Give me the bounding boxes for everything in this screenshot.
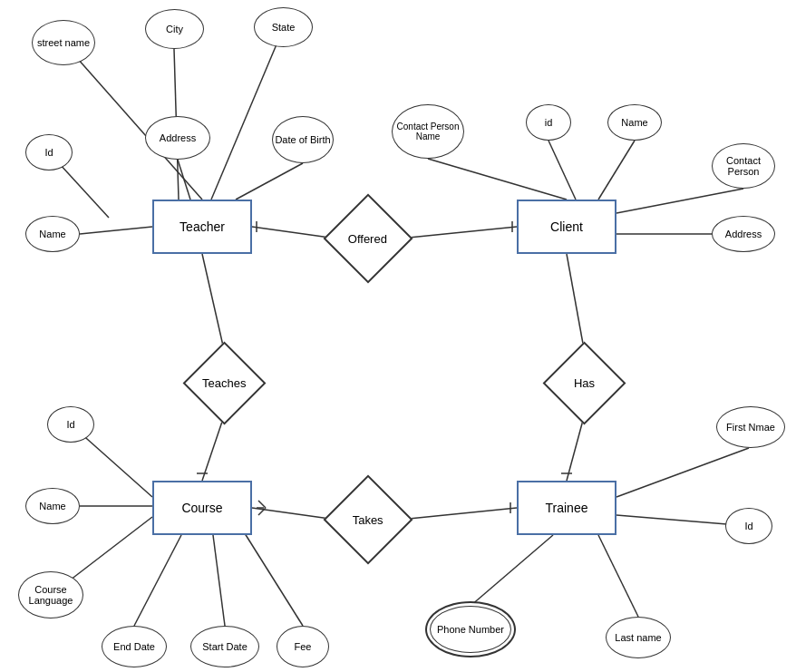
attr-client-id: id [526,104,571,141]
attr-client-name: Name [607,104,662,141]
attr-teacher-city: City [145,9,204,49]
entity-trainee: Trainee [517,481,616,535]
attr-course-name: Name [25,488,80,524]
attr-client-contact: Contact Person [712,143,775,189]
attr-trainee-firstname: First Nmae [716,406,785,448]
attr-teacher-name: Name [25,216,80,252]
attr-course-enddate: End Date [102,626,167,667]
attr-client-contact-name: Contact Person Name [392,104,464,159]
attr-trainee-phone: Phone Number [430,606,511,653]
attr-teacher-id: Id [25,134,73,170]
attr-teacher-dob: Date of Birth [272,116,334,163]
attr-course-fee: Fee [277,626,329,667]
attr-course-id: Id [47,406,94,443]
attr-teacher-street: street name [32,20,95,65]
er-diagram: Teacher Client Course Trainee Offered Te… [0,0,796,672]
attr-trainee-lastname: Last name [606,617,671,658]
attr-client-address: Address [712,216,775,252]
attr-teacher-state: State [254,7,313,47]
attr-course-startdate: Start Date [190,626,259,667]
attr-teacher-address: Address [145,116,210,160]
entity-teacher: Teacher [152,200,252,254]
entity-client: Client [517,200,616,254]
attr-trainee-id: Id [725,508,772,544]
attr-course-language: Course Language [18,571,83,618]
entity-course: Course [152,481,252,535]
